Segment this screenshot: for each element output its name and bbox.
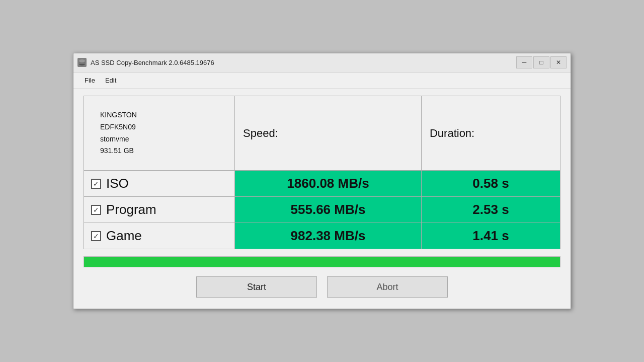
restore-button[interactable]: □ — [533, 56, 549, 68]
iso-duration: 0.58 s — [421, 171, 560, 197]
application-window: AS SSD Copy-Benchmark 2.0.6485.19676 ─ □… — [73, 53, 571, 309]
button-row: Start Abort — [84, 274, 560, 300]
device-model: EDFK5N09 — [100, 121, 218, 133]
device-driver: stornvme — [100, 133, 218, 146]
game-duration: 1.41 s — [421, 223, 560, 249]
iso-speed: 1860.08 MB/s — [235, 171, 422, 197]
iso-checkbox[interactable]: ✓ — [91, 179, 101, 189]
start-button[interactable]: Start — [196, 276, 317, 298]
window-controls: ─ □ ✕ — [516, 56, 567, 68]
device-cell: KINGSTON EDFK5N09 stornvme 931.51 GB — [84, 96, 235, 170]
window-title: AS SSD Copy-Benchmark 2.0.6485.19676 — [91, 59, 214, 66]
table-row-game: ✓ Game 982.38 MB/s 1.41 s — [84, 223, 560, 249]
progress-bar-fill — [84, 257, 560, 267]
main-content: KINGSTON EDFK5N09 stornvme 931.51 GB Spe… — [73, 89, 571, 309]
program-speed: 555.66 MB/s — [235, 197, 422, 223]
program-label-cell: ✓ Program — [84, 197, 235, 223]
table-row-program: ✓ Program 555.66 MB/s 2.53 s — [84, 197, 560, 223]
table-row-iso: ✓ ISO 1860.08 MB/s 0.58 s — [84, 171, 560, 197]
iso-label: ✓ ISO — [84, 171, 234, 196]
title-bar-left: AS SSD Copy-Benchmark 2.0.6485.19676 — [77, 58, 214, 67]
program-duration: 2.53 s — [421, 197, 560, 223]
svg-point-2 — [79, 59, 85, 62]
abort-button[interactable]: Abort — [327, 276, 448, 298]
title-bar: AS SSD Copy-Benchmark 2.0.6485.19676 ─ □… — [73, 53, 571, 73]
benchmark-table: KINGSTON EDFK5N09 stornvme 931.51 GB Spe… — [84, 96, 560, 249]
game-speed: 982.38 MB/s — [235, 223, 422, 249]
close-button[interactable]: ✕ — [550, 56, 567, 68]
minimize-button[interactable]: ─ — [516, 56, 532, 68]
progress-bar-container — [84, 256, 560, 267]
device-size: 931.51 GB — [100, 145, 218, 157]
device-name: KINGSTON — [100, 109, 218, 121]
menu-file[interactable]: File — [79, 75, 100, 86]
device-info: KINGSTON EDFK5N09 stornvme 931.51 GB — [92, 102, 226, 164]
speed-header: Speed: — [235, 96, 422, 170]
menu-edit[interactable]: Edit — [100, 75, 121, 86]
program-label: ✓ Program — [84, 197, 234, 223]
iso-label-cell: ✓ ISO — [84, 171, 235, 197]
app-icon — [77, 58, 87, 67]
duration-header: Duration: — [421, 96, 560, 170]
game-checkbox[interactable]: ✓ — [91, 231, 101, 241]
game-label-cell: ✓ Game — [84, 223, 235, 249]
menu-bar: File Edit — [73, 73, 571, 89]
program-checkbox[interactable]: ✓ — [91, 205, 101, 215]
table-header-row: KINGSTON EDFK5N09 stornvme 931.51 GB Spe… — [84, 96, 560, 170]
game-label: ✓ Game — [84, 223, 234, 249]
